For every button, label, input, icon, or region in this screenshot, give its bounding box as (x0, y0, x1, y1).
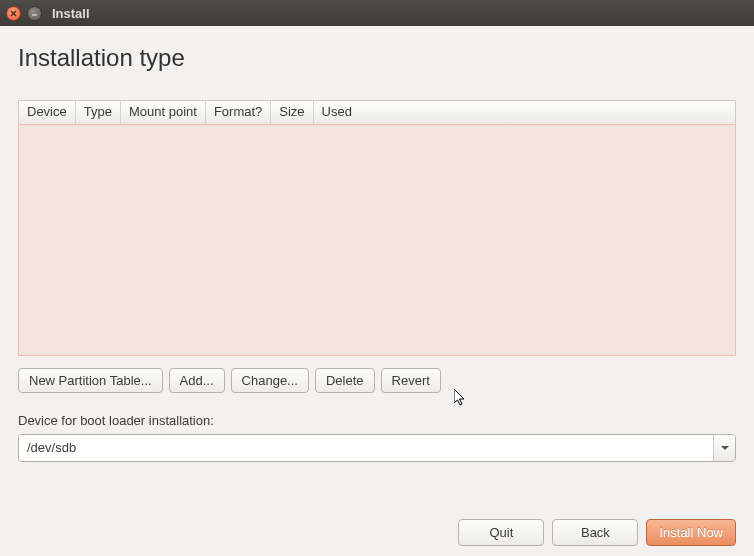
add-button[interactable]: Add... (169, 368, 225, 393)
change-button[interactable]: Change... (231, 368, 309, 393)
column-used[interactable]: Used (314, 101, 735, 124)
bootloader-label: Device for boot loader installation: (18, 413, 736, 428)
delete-button[interactable]: Delete (315, 368, 375, 393)
page-title: Installation type (18, 44, 736, 72)
back-button[interactable]: Back (552, 519, 638, 546)
window-title: Install (52, 6, 90, 21)
install-now-button[interactable]: Install Now (646, 519, 736, 546)
minimize-icon[interactable] (27, 6, 42, 21)
column-mount-point[interactable]: Mount point (121, 101, 206, 124)
bootloader-device-select[interactable]: /dev/sdb (18, 434, 736, 462)
table-body-empty[interactable] (18, 124, 736, 356)
bootloader-device-value: /dev/sdb (19, 435, 713, 461)
close-icon[interactable] (6, 6, 21, 21)
titlebar: Install (0, 0, 754, 26)
table-header-row: Device Type Mount point Format? Size Use… (19, 101, 735, 125)
partition-table: Device Type Mount point Format? Size Use… (18, 100, 736, 356)
column-size[interactable]: Size (271, 101, 313, 124)
chevron-down-icon[interactable] (713, 435, 735, 461)
content-area: Installation type Device Type Mount poin… (0, 26, 754, 556)
column-type[interactable]: Type (76, 101, 121, 124)
revert-button[interactable]: Revert (381, 368, 441, 393)
column-format[interactable]: Format? (206, 101, 271, 124)
new-partition-table-button[interactable]: New Partition Table... (18, 368, 163, 393)
partition-toolbar: New Partition Table... Add... Change... … (18, 368, 736, 393)
footer-buttons: Quit Back Install Now (18, 507, 736, 546)
quit-button[interactable]: Quit (458, 519, 544, 546)
column-device[interactable]: Device (19, 101, 76, 124)
